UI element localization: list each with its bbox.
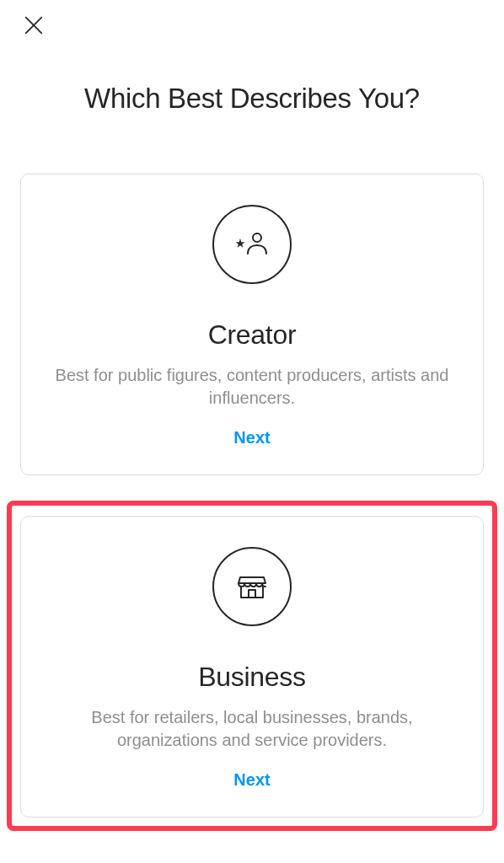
creator-title: Creator (38, 319, 466, 351)
creator-icon-circle (212, 205, 292, 284)
cards-container: Creator Best for public figures, content… (0, 174, 504, 831)
business-highlight: Business Best for retailers, local busin… (7, 501, 497, 831)
business-title: Business (38, 662, 466, 693)
creator-card[interactable]: Creator Best for public figures, content… (20, 174, 484, 475)
business-description: Best for retailers, local businesses, br… (38, 706, 466, 752)
close-icon (22, 13, 46, 37)
close-button[interactable] (20, 12, 47, 39)
star-person-icon (233, 226, 271, 263)
business-icon-circle (212, 547, 292, 626)
storefront-icon (233, 568, 271, 605)
creator-next-button[interactable]: Next (233, 428, 270, 448)
page-title: Which Best Describes You? (0, 83, 504, 115)
business-next-button[interactable]: Next (233, 770, 270, 790)
svg-point-2 (253, 233, 261, 242)
creator-description: Best for public figures, content produce… (38, 364, 466, 410)
business-card[interactable]: Business Best for retailers, local busin… (20, 516, 484, 817)
